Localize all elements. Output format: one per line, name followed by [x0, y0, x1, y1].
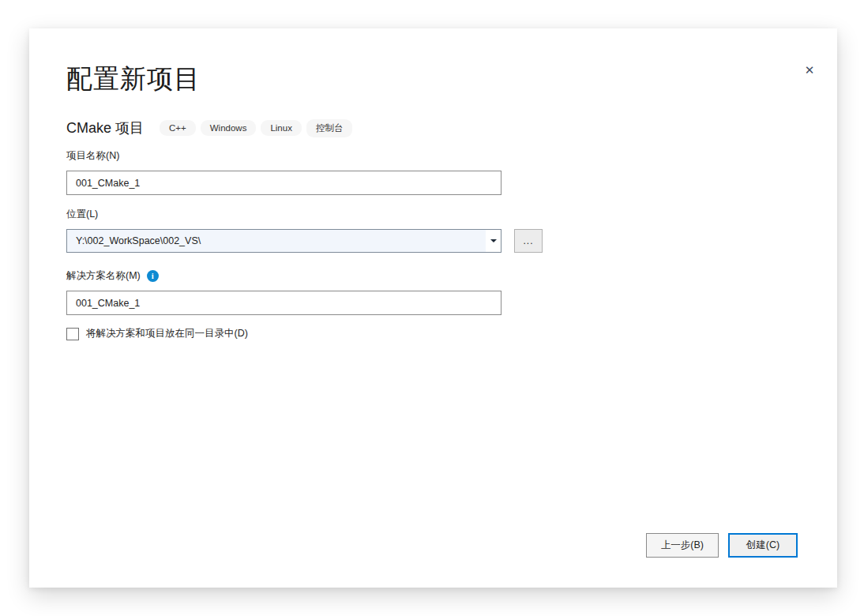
project-name-label: 项目名称(N): [66, 149, 798, 163]
location-label: 位置(L): [66, 208, 798, 221]
tag-console: 控制台: [306, 119, 353, 137]
footer-buttons: 上一步(B) 创建(C): [646, 533, 798, 558]
combobox-dropdown-button[interactable]: [486, 230, 501, 252]
page-title: 配置新项目: [66, 62, 798, 97]
location-value: Y:\002_WorkSpace\002_VS\: [67, 235, 486, 246]
create-button[interactable]: 创建(C): [728, 533, 798, 558]
chevron-down-icon: [490, 239, 497, 242]
checkbox-unchecked-icon[interactable]: [66, 328, 79, 340]
template-name: CMake 项目: [66, 118, 144, 137]
info-icon[interactable]: i: [147, 270, 159, 282]
back-button[interactable]: 上一步(B): [646, 533, 719, 558]
tag-cpp: C++: [160, 120, 196, 136]
same-directory-label: 将解决方案和项目放在同一目录中(D): [86, 327, 248, 340]
same-directory-checkbox-row[interactable]: 将解决方案和项目放在同一目录中(D): [66, 327, 798, 340]
screen-background: ✕ 配置新项目 CMake 项目 C++ Windows Linux 控制台 项…: [0, 0, 864, 616]
configure-new-project-dialog: ✕ 配置新项目 CMake 项目 C++ Windows Linux 控制台 项…: [29, 28, 837, 588]
project-name-input[interactable]: [66, 171, 501, 195]
close-icon[interactable]: ✕: [799, 60, 820, 81]
solution-name-input[interactable]: [66, 291, 501, 315]
dialog-content: 配置新项目 CMake 项目 C++ Windows Linux 控制台 项目名…: [66, 62, 798, 340]
tag-linux: Linux: [261, 120, 302, 136]
template-row: CMake 项目 C++ Windows Linux 控制台: [66, 118, 798, 137]
location-row: Y:\002_WorkSpace\002_VS\ ...: [66, 229, 798, 253]
location-combobox[interactable]: Y:\002_WorkSpace\002_VS\: [66, 229, 501, 253]
browse-button[interactable]: ...: [514, 229, 543, 253]
tag-windows: Windows: [201, 120, 257, 136]
solution-name-label: 解决方案名称(M): [66, 269, 141, 283]
solution-name-label-row: 解决方案名称(M) i: [66, 269, 798, 283]
